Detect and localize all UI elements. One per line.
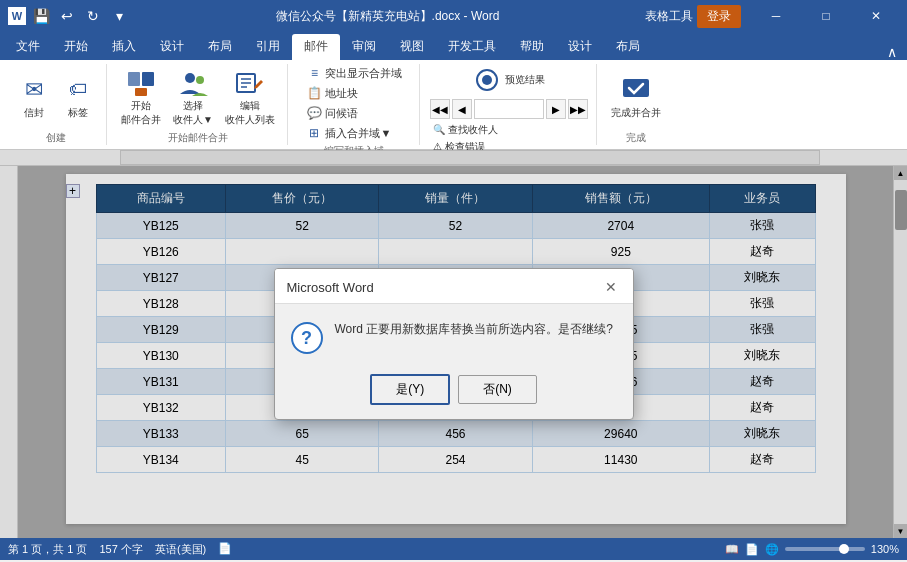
label-icon: 🏷 bbox=[62, 74, 94, 106]
dialog-footer: 是(Y) 否(N) bbox=[275, 366, 633, 419]
tab-help[interactable]: 帮助 bbox=[508, 34, 556, 60]
start-merge-group-label: 开始邮件合并 bbox=[168, 131, 228, 145]
tab-layout[interactable]: 布局 bbox=[196, 34, 244, 60]
title-bar: W 💾 ↩ ↻ ▾ 微信公众号【新精英充电站】.docx - Word 表格工具… bbox=[0, 0, 907, 32]
doc-status-icon: 📄 bbox=[218, 542, 232, 557]
find-recipient-button[interactable]: 🔍 查找收件人 bbox=[430, 122, 588, 138]
zoom-slider[interactable] bbox=[785, 547, 865, 551]
tab-mailings[interactable]: 邮件 bbox=[292, 34, 340, 60]
dialog-overlay: Microsoft Word ✕ ? Word 正要用新数据库替换当前所选内容。… bbox=[0, 150, 907, 538]
greeting-icon: 💬 bbox=[306, 105, 322, 121]
redo-button[interactable]: ↻ bbox=[82, 5, 104, 27]
highlight-icon: ≡ bbox=[306, 65, 322, 81]
next-record-button[interactable]: ▶ bbox=[546, 99, 566, 119]
finish-group: 完成并合并 完成 bbox=[599, 64, 673, 145]
dialog-title-bar: Microsoft Word ✕ bbox=[275, 269, 633, 304]
language: 英语(美国) bbox=[155, 542, 206, 557]
zoom-slider-thumb bbox=[839, 544, 849, 554]
tab-view[interactable]: 视图 bbox=[388, 34, 436, 60]
svg-point-3 bbox=[185, 73, 195, 83]
tab-home[interactable]: 开始 bbox=[52, 34, 100, 60]
dialog-no-button[interactable]: 否(N) bbox=[458, 375, 537, 404]
dialog-body: ? Word 正要用新数据库替换当前所选内容。是否继续? bbox=[275, 304, 633, 366]
start-merge-button[interactable]: 开始邮件合并 bbox=[117, 65, 165, 129]
undo-button[interactable]: ↩ bbox=[56, 5, 78, 27]
window-title: 微信公众号【新精英充电站】.docx - Word bbox=[130, 8, 645, 25]
tab-file[interactable]: 文件 bbox=[4, 34, 52, 60]
edit-recipients-button[interactable]: 编辑收件人列表 bbox=[221, 65, 279, 129]
svg-rect-1 bbox=[142, 72, 154, 86]
preview-icon bbox=[473, 66, 501, 94]
dialog-title: Microsoft Word bbox=[287, 280, 374, 295]
table-tools-label: 表格工具 bbox=[645, 8, 693, 25]
login-button[interactable]: 登录 bbox=[697, 5, 741, 28]
dialog-box: Microsoft Word ✕ ? Word 正要用新数据库替换当前所选内容。… bbox=[274, 268, 634, 420]
create-group-content: ✉ 信封 🏷 标签 bbox=[14, 64, 98, 129]
insert-field-icon: ⊞ bbox=[306, 125, 322, 141]
finish-merge-icon bbox=[620, 74, 652, 106]
tab-design2[interactable]: 设计 bbox=[556, 34, 604, 60]
preview-results-button[interactable]: 预览结果 bbox=[469, 64, 549, 96]
title-bar-left: W 💾 ↩ ↻ ▾ bbox=[8, 5, 130, 27]
select-recipients-icon bbox=[177, 67, 209, 99]
insert-field-button[interactable]: ⊞ 插入合并域▼ bbox=[303, 124, 394, 142]
greeting-button[interactable]: 💬 问候语 bbox=[303, 104, 361, 122]
last-record-button[interactable]: ▶▶ bbox=[568, 99, 588, 119]
dialog-close-button[interactable]: ✕ bbox=[601, 277, 621, 297]
highlight-merge-button[interactable]: ≡ 突出显示合并域 bbox=[303, 64, 405, 82]
minimize-button[interactable]: ─ bbox=[753, 0, 799, 32]
collapse-ribbon-button[interactable]: ∧ bbox=[881, 44, 903, 60]
status-bar-left: 第 1 页，共 1 页 157 个字 英语(美国) 📄 bbox=[8, 542, 725, 557]
document-area: + 商品编号 售价（元） 销量（件） 销售额（元） 业务员 bbox=[0, 150, 907, 538]
start-merge-icon bbox=[125, 67, 157, 99]
more-button[interactable]: ▾ bbox=[108, 5, 130, 27]
view-icon-web[interactable]: 🌐 bbox=[765, 543, 779, 556]
dialog-message: Word 正要用新数据库替换当前所选内容。是否继续? bbox=[335, 320, 613, 339]
maximize-button[interactable]: □ bbox=[803, 0, 849, 32]
label-button[interactable]: 🏷 标签 bbox=[58, 72, 98, 122]
tab-design[interactable]: 设计 bbox=[148, 34, 196, 60]
status-bar: 第 1 页，共 1 页 157 个字 英语(美国) 📄 📖 📄 🌐 130% bbox=[0, 538, 907, 560]
tab-developer[interactable]: 开发工具 bbox=[436, 34, 508, 60]
dialog-question-icon: ? bbox=[291, 322, 323, 354]
finish-group-label: 完成 bbox=[626, 131, 646, 145]
address-block-button[interactable]: 📋 地址块 bbox=[303, 84, 361, 102]
page-info: 第 1 页，共 1 页 bbox=[8, 542, 87, 557]
record-input[interactable] bbox=[474, 99, 544, 119]
dialog-yes-button[interactable]: 是(Y) bbox=[370, 374, 450, 405]
preview-nav: ◀◀ ◀ ▶ ▶▶ bbox=[430, 99, 588, 119]
start-merge-group: 开始邮件合并 选择收件人▼ bbox=[109, 64, 288, 145]
status-bar-right: 📖 📄 🌐 130% bbox=[725, 543, 899, 556]
preview-content: 预览结果 ◀◀ ◀ ▶ ▶▶ 🔍 查找收件人 ⚠ 检查错误 bbox=[430, 64, 588, 155]
word-count: 157 个字 bbox=[99, 542, 142, 557]
create-group: ✉ 信封 🏷 标签 创建 bbox=[6, 64, 107, 145]
tab-layout2[interactable]: 布局 bbox=[604, 34, 652, 60]
create-group-label: 创建 bbox=[46, 131, 66, 145]
view-icon-read[interactable]: 📖 bbox=[725, 543, 739, 556]
first-record-button[interactable]: ◀◀ bbox=[430, 99, 450, 119]
finish-merge-button[interactable]: 完成并合并 bbox=[607, 72, 665, 122]
svg-rect-11 bbox=[623, 79, 649, 97]
tab-insert[interactable]: 插入 bbox=[100, 34, 148, 60]
close-button[interactable]: ✕ bbox=[853, 0, 899, 32]
write-insert-group: ≡ 突出显示合并域 📋 地址块 💬 问候语 ⊞ 插入合并域▼ 编写和插入域 bbox=[290, 64, 420, 145]
prev-record-button[interactable]: ◀ bbox=[452, 99, 472, 119]
svg-point-4 bbox=[196, 76, 204, 84]
svg-rect-0 bbox=[128, 72, 140, 86]
save-button[interactable]: 💾 bbox=[30, 5, 52, 27]
tab-review[interactable]: 审阅 bbox=[340, 34, 388, 60]
svg-point-10 bbox=[482, 75, 492, 85]
preview-group: 预览结果 ◀◀ ◀ ▶ ▶▶ 🔍 查找收件人 ⚠ 检查错误 预览结果 bbox=[422, 64, 597, 145]
finish-content: 完成并合并 bbox=[607, 64, 665, 129]
write-insert-content: ≡ 突出显示合并域 📋 地址块 💬 问候语 ⊞ 插入合并域▼ bbox=[303, 64, 405, 142]
envelope-button[interactable]: ✉ 信封 bbox=[14, 72, 54, 122]
word-icon: W bbox=[8, 7, 26, 25]
svg-rect-2 bbox=[135, 88, 147, 96]
envelope-icon: ✉ bbox=[18, 74, 50, 106]
view-icon-print[interactable]: 📄 bbox=[745, 543, 759, 556]
tab-references[interactable]: 引用 bbox=[244, 34, 292, 60]
ribbon-tabs: 文件 开始 插入 设计 布局 引用 邮件 审阅 视图 开发工具 帮助 设计 布局… bbox=[0, 32, 907, 60]
start-merge-content: 开始邮件合并 选择收件人▼ bbox=[117, 64, 279, 129]
select-recipients-button[interactable]: 选择收件人▼ bbox=[169, 65, 217, 129]
edit-recipients-icon bbox=[234, 67, 266, 99]
